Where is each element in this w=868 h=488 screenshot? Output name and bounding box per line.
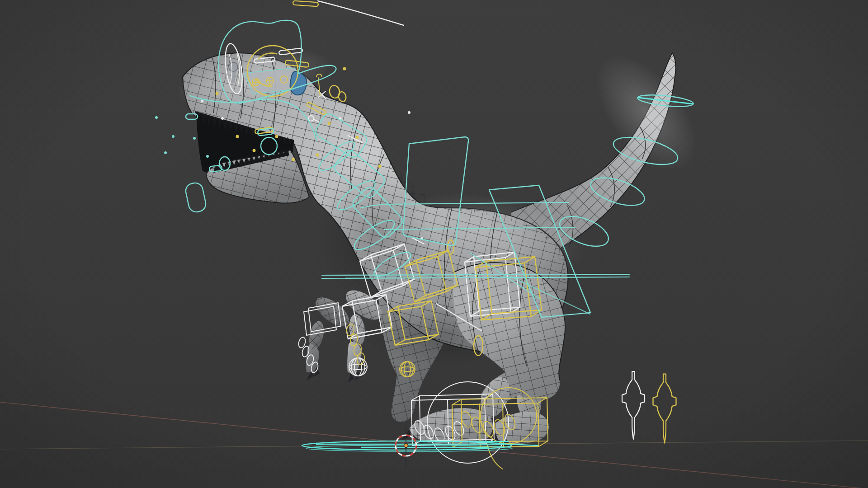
cursor-center-dot xyxy=(404,444,408,448)
viewport-canvas[interactable] xyxy=(0,0,868,488)
neck-shadow xyxy=(316,167,434,303)
viewport-3d[interactable] xyxy=(0,0,868,488)
skull-slab[interactable] xyxy=(244,68,307,95)
